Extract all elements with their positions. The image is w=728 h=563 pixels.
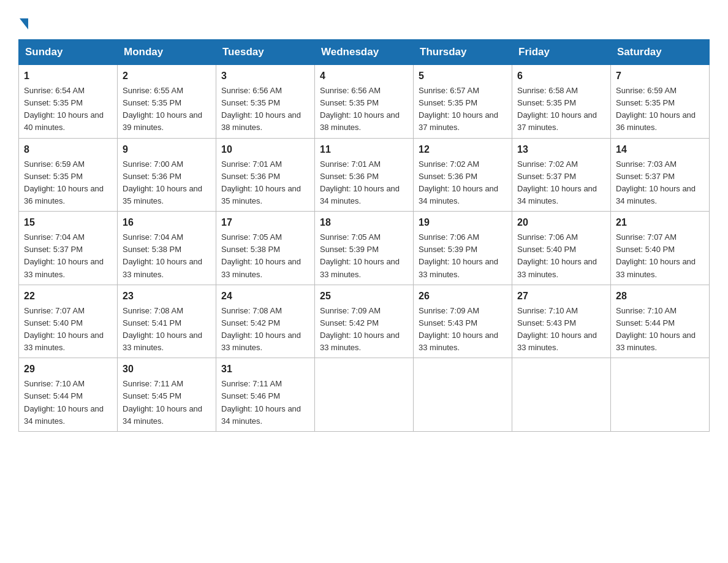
day-info: Sunrise: 7:10 AMSunset: 5:44 PMDaylight:… bbox=[24, 379, 104, 425]
header-friday: Friday bbox=[512, 40, 611, 65]
header-sunday: Sunday bbox=[19, 40, 118, 65]
calendar-cell: 11Sunrise: 7:01 AMSunset: 5:36 PMDayligh… bbox=[315, 138, 414, 212]
day-number: 26 bbox=[419, 289, 507, 304]
day-info: Sunrise: 6:59 AMSunset: 5:35 PMDaylight:… bbox=[616, 86, 696, 132]
calendar-cell: 15Sunrise: 7:04 AMSunset: 5:37 PMDayligh… bbox=[19, 212, 118, 285]
calendar-cell: 25Sunrise: 7:09 AMSunset: 5:42 PMDayligh… bbox=[315, 285, 414, 358]
day-number: 3 bbox=[221, 69, 309, 83]
calendar-table: SundayMondayTuesdayWednesdayThursdayFrid… bbox=[18, 39, 710, 432]
calendar-cell bbox=[315, 358, 414, 432]
calendar-cell: 2Sunrise: 6:55 AMSunset: 5:35 PMDaylight… bbox=[118, 65, 216, 139]
day-info: Sunrise: 7:11 AMSunset: 5:45 PMDaylight:… bbox=[123, 379, 202, 425]
calendar-cell bbox=[611, 358, 710, 432]
day-number: 31 bbox=[221, 362, 309, 377]
week-row-1: 1Sunrise: 6:54 AMSunset: 5:35 PMDaylight… bbox=[19, 65, 710, 139]
logo-arrow-icon bbox=[20, 18, 28, 29]
calendar-cell: 24Sunrise: 7:08 AMSunset: 5:42 PMDayligh… bbox=[216, 285, 315, 358]
day-number: 22 bbox=[24, 289, 112, 304]
day-info: Sunrise: 6:56 AMSunset: 5:35 PMDaylight:… bbox=[221, 86, 301, 132]
calendar-cell: 9Sunrise: 7:00 AMSunset: 5:36 PMDaylight… bbox=[118, 138, 216, 212]
day-info: Sunrise: 6:57 AMSunset: 5:35 PMDaylight:… bbox=[419, 86, 498, 132]
day-info: Sunrise: 7:01 AMSunset: 5:36 PMDaylight:… bbox=[320, 159, 400, 205]
calendar-cell: 20Sunrise: 7:06 AMSunset: 5:40 PMDayligh… bbox=[512, 212, 611, 285]
day-info: Sunrise: 7:02 AMSunset: 5:37 PMDaylight:… bbox=[517, 159, 597, 205]
day-number: 4 bbox=[320, 69, 408, 83]
day-info: Sunrise: 7:06 AMSunset: 5:40 PMDaylight:… bbox=[517, 232, 597, 278]
page-header bbox=[18, 12, 710, 28]
logo bbox=[18, 17, 28, 28]
calendar-cell: 6Sunrise: 6:58 AMSunset: 5:35 PMDaylight… bbox=[512, 65, 611, 139]
day-number: 5 bbox=[419, 69, 507, 83]
day-info: Sunrise: 7:03 AMSunset: 5:37 PMDaylight:… bbox=[616, 159, 696, 205]
day-info: Sunrise: 7:05 AMSunset: 5:39 PMDaylight:… bbox=[320, 232, 400, 278]
header-wednesday: Wednesday bbox=[315, 40, 414, 65]
calendar-cell: 8Sunrise: 6:59 AMSunset: 5:35 PMDaylight… bbox=[19, 138, 118, 212]
day-number: 25 bbox=[320, 289, 408, 304]
calendar-cell: 3Sunrise: 6:56 AMSunset: 5:35 PMDaylight… bbox=[216, 65, 315, 139]
day-number: 29 bbox=[24, 362, 112, 377]
day-info: Sunrise: 7:08 AMSunset: 5:42 PMDaylight:… bbox=[221, 306, 301, 352]
header-thursday: Thursday bbox=[414, 40, 512, 65]
day-number: 20 bbox=[517, 215, 605, 230]
week-row-4: 22Sunrise: 7:07 AMSunset: 5:40 PMDayligh… bbox=[19, 285, 710, 358]
day-info: Sunrise: 7:07 AMSunset: 5:40 PMDaylight:… bbox=[24, 306, 104, 352]
week-row-3: 15Sunrise: 7:04 AMSunset: 5:37 PMDayligh… bbox=[19, 212, 710, 285]
calendar-cell bbox=[414, 358, 512, 432]
day-info: Sunrise: 7:06 AMSunset: 5:39 PMDaylight:… bbox=[419, 232, 498, 278]
day-info: Sunrise: 6:58 AMSunset: 5:35 PMDaylight:… bbox=[517, 86, 597, 132]
day-number: 23 bbox=[123, 289, 211, 304]
day-info: Sunrise: 7:05 AMSunset: 5:38 PMDaylight:… bbox=[221, 232, 301, 278]
day-number: 24 bbox=[221, 289, 309, 304]
day-number: 21 bbox=[616, 215, 704, 230]
day-info: Sunrise: 7:00 AMSunset: 5:36 PMDaylight:… bbox=[123, 159, 202, 205]
header-tuesday: Tuesday bbox=[216, 40, 315, 65]
day-number: 19 bbox=[419, 215, 507, 230]
day-number: 9 bbox=[123, 142, 211, 157]
calendar-cell: 13Sunrise: 7:02 AMSunset: 5:37 PMDayligh… bbox=[512, 138, 611, 212]
day-number: 11 bbox=[320, 142, 408, 157]
day-info: Sunrise: 7:09 AMSunset: 5:42 PMDaylight:… bbox=[320, 306, 400, 352]
day-number: 28 bbox=[616, 289, 704, 304]
calendar-cell: 16Sunrise: 7:04 AMSunset: 5:38 PMDayligh… bbox=[118, 212, 216, 285]
day-number: 18 bbox=[320, 215, 408, 230]
day-number: 17 bbox=[221, 215, 309, 230]
day-info: Sunrise: 7:04 AMSunset: 5:37 PMDaylight:… bbox=[24, 232, 104, 278]
day-number: 10 bbox=[221, 142, 309, 157]
day-number: 14 bbox=[616, 142, 704, 157]
day-info: Sunrise: 6:56 AMSunset: 5:35 PMDaylight:… bbox=[320, 86, 400, 132]
day-number: 27 bbox=[517, 289, 605, 304]
calendar-cell: 1Sunrise: 6:54 AMSunset: 5:35 PMDaylight… bbox=[19, 65, 118, 139]
calendar-header-row: SundayMondayTuesdayWednesdayThursdayFrid… bbox=[19, 40, 710, 65]
day-number: 1 bbox=[24, 69, 112, 83]
week-row-5: 29Sunrise: 7:10 AMSunset: 5:44 PMDayligh… bbox=[19, 358, 710, 432]
day-info: Sunrise: 7:10 AMSunset: 5:43 PMDaylight:… bbox=[517, 306, 597, 352]
calendar-cell bbox=[512, 358, 611, 432]
day-info: Sunrise: 7:04 AMSunset: 5:38 PMDaylight:… bbox=[123, 232, 202, 278]
day-info: Sunrise: 7:11 AMSunset: 5:46 PMDaylight:… bbox=[221, 379, 301, 425]
day-number: 16 bbox=[123, 215, 211, 230]
day-info: Sunrise: 7:10 AMSunset: 5:44 PMDaylight:… bbox=[616, 306, 696, 352]
calendar-cell: 14Sunrise: 7:03 AMSunset: 5:37 PMDayligh… bbox=[611, 138, 710, 212]
day-info: Sunrise: 6:55 AMSunset: 5:35 PMDaylight:… bbox=[123, 86, 202, 132]
calendar-cell: 7Sunrise: 6:59 AMSunset: 5:35 PMDaylight… bbox=[611, 65, 710, 139]
day-info: Sunrise: 6:54 AMSunset: 5:35 PMDaylight:… bbox=[24, 86, 104, 132]
calendar-cell: 30Sunrise: 7:11 AMSunset: 5:45 PMDayligh… bbox=[118, 358, 216, 432]
day-number: 13 bbox=[517, 142, 605, 157]
day-number: 12 bbox=[419, 142, 507, 157]
day-info: Sunrise: 7:01 AMSunset: 5:36 PMDaylight:… bbox=[221, 159, 301, 205]
day-info: Sunrise: 6:59 AMSunset: 5:35 PMDaylight:… bbox=[24, 159, 104, 205]
calendar-cell: 4Sunrise: 6:56 AMSunset: 5:35 PMDaylight… bbox=[315, 65, 414, 139]
day-info: Sunrise: 7:02 AMSunset: 5:36 PMDaylight:… bbox=[419, 159, 498, 205]
day-info: Sunrise: 7:08 AMSunset: 5:41 PMDaylight:… bbox=[123, 306, 202, 352]
calendar-cell: 23Sunrise: 7:08 AMSunset: 5:41 PMDayligh… bbox=[118, 285, 216, 358]
week-row-2: 8Sunrise: 6:59 AMSunset: 5:35 PMDaylight… bbox=[19, 138, 710, 212]
calendar-cell: 31Sunrise: 7:11 AMSunset: 5:46 PMDayligh… bbox=[216, 358, 315, 432]
calendar-cell: 29Sunrise: 7:10 AMSunset: 5:44 PMDayligh… bbox=[19, 358, 118, 432]
calendar-cell: 12Sunrise: 7:02 AMSunset: 5:36 PMDayligh… bbox=[414, 138, 512, 212]
day-info: Sunrise: 7:09 AMSunset: 5:43 PMDaylight:… bbox=[419, 306, 498, 352]
calendar-cell: 10Sunrise: 7:01 AMSunset: 5:36 PMDayligh… bbox=[216, 138, 315, 212]
header-saturday: Saturday bbox=[611, 40, 710, 65]
calendar-cell: 5Sunrise: 6:57 AMSunset: 5:35 PMDaylight… bbox=[414, 65, 512, 139]
day-number: 15 bbox=[24, 215, 112, 230]
calendar-cell: 28Sunrise: 7:10 AMSunset: 5:44 PMDayligh… bbox=[611, 285, 710, 358]
